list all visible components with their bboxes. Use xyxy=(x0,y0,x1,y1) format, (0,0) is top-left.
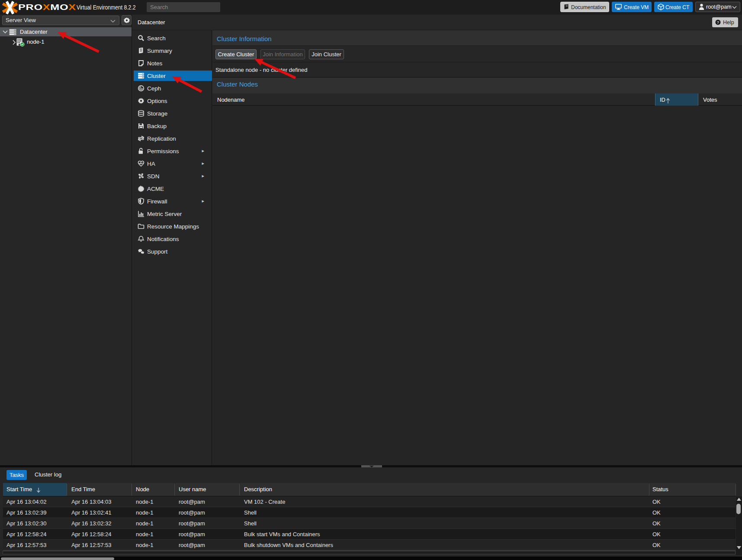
svg-text:?: ? xyxy=(717,20,720,25)
